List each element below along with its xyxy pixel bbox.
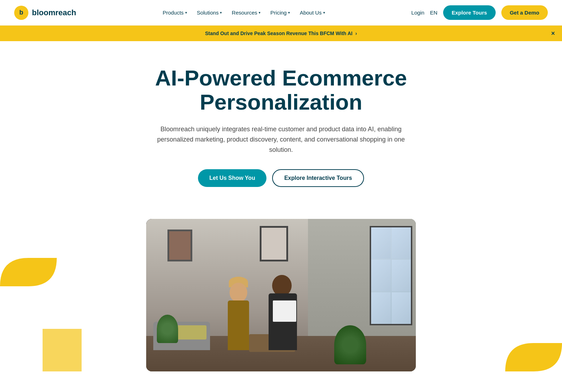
wall-art-1 bbox=[167, 230, 192, 261]
let-us-show-you-button[interactable]: Let Us Show You bbox=[198, 169, 266, 187]
hero-cta-buttons: Let Us Show You Explore Interactive Tour… bbox=[14, 169, 548, 187]
get-demo-button[interactable]: Get a Demo bbox=[501, 5, 548, 20]
nav-item-pricing[interactable]: Pricing ▾ bbox=[267, 7, 293, 18]
brand-name: bloomreach bbox=[32, 8, 76, 17]
chevron-down-icon: ▾ bbox=[323, 11, 325, 15]
plant-left bbox=[157, 315, 178, 343]
login-link[interactable]: Login bbox=[411, 10, 424, 16]
window bbox=[370, 226, 412, 325]
deco-left bbox=[0, 258, 82, 371]
logo-link[interactable]: b bloomreach bbox=[14, 6, 76, 20]
person-1 bbox=[224, 279, 253, 350]
banner-arrow-icon: › bbox=[355, 31, 357, 36]
explore-interactive-tours-button[interactable]: Explore Interactive Tours bbox=[272, 169, 364, 187]
nav-item-about[interactable]: About Us ▾ bbox=[296, 7, 329, 18]
promo-banner: Stand Out and Drive Peak Season Revenue … bbox=[0, 26, 562, 41]
nav-item-resources[interactable]: Resources ▾ bbox=[228, 7, 264, 18]
deco-right bbox=[491, 279, 562, 371]
chevron-down-icon: ▾ bbox=[220, 11, 222, 15]
nav-links: Products ▾ Solutions ▾ Resources ▾ Prici… bbox=[159, 7, 328, 18]
video-player[interactable] bbox=[146, 219, 416, 371]
banner-link[interactable]: Stand Out and Drive Peak Season Revenue … bbox=[205, 31, 357, 36]
chevron-down-icon: ▾ bbox=[185, 11, 187, 15]
person-2 bbox=[267, 272, 299, 350]
chevron-down-icon: ▾ bbox=[288, 11, 290, 15]
video-section bbox=[0, 219, 562, 392]
language-selector[interactable]: EN bbox=[430, 10, 437, 16]
banner-text: Stand Out and Drive Peak Season Revenue … bbox=[205, 31, 357, 36]
chevron-down-icon: ▾ bbox=[259, 11, 260, 15]
logo-icon: b bbox=[14, 6, 28, 20]
wall-art-2 bbox=[260, 226, 288, 261]
nav-item-products[interactable]: Products ▾ bbox=[159, 7, 190, 18]
nav-actions: Login EN Explore Tours Get a Demo bbox=[411, 5, 548, 20]
hero-subtitle: Bloomreach uniquely integrates real-time… bbox=[157, 124, 405, 155]
hero-section: AI-Powered Ecommerce Personalization Blo… bbox=[0, 41, 562, 219]
yellow-decoration-right bbox=[491, 279, 562, 371]
nav-item-solutions[interactable]: Solutions ▾ bbox=[193, 7, 226, 18]
navbar: b bloomreach Products ▾ Solutions ▾ Reso… bbox=[0, 0, 562, 26]
plant-right bbox=[334, 325, 366, 364]
explore-tours-button[interactable]: Explore Tours bbox=[443, 5, 496, 20]
hero-title: AI-Powered Ecommerce Personalization bbox=[139, 66, 423, 114]
banner-close-button[interactable]: × bbox=[551, 30, 555, 37]
video-content bbox=[146, 219, 416, 371]
yellow-decoration-left bbox=[0, 258, 82, 371]
